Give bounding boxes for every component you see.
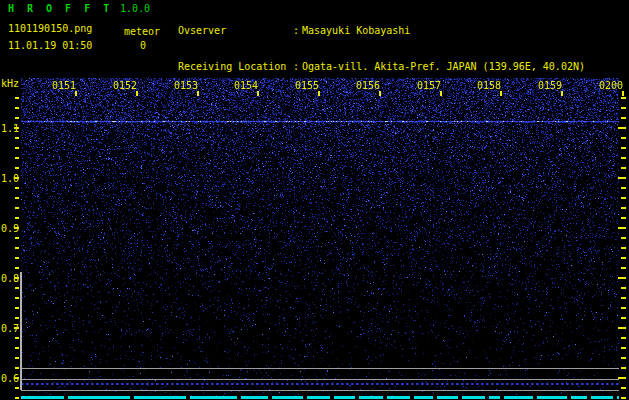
right-minor-tick xyxy=(621,297,626,299)
activity-bar-segment xyxy=(437,396,458,399)
right-minor-tick xyxy=(621,197,626,199)
right-minor-tick xyxy=(621,157,626,159)
freq-label-dash xyxy=(14,177,19,179)
activity-bar-segment xyxy=(190,396,237,399)
info-value: Masayuki Kobayashi xyxy=(302,25,410,39)
time-label-0152: 0152 xyxy=(113,80,137,91)
minute-tick xyxy=(197,91,199,96)
activity-bar-segment xyxy=(617,396,619,399)
left-minor-tick xyxy=(15,147,19,149)
right-minor-tick xyxy=(621,267,626,269)
activity-bar-segment xyxy=(359,396,383,399)
spectrogram-canvas xyxy=(21,78,619,398)
right-minor-tick xyxy=(621,107,626,109)
activity-bar-segment xyxy=(134,396,186,399)
left-minor-tick xyxy=(15,387,19,389)
left-minor-tick xyxy=(15,247,19,249)
right-minor-tick xyxy=(621,247,626,249)
info-value: Ogata-vill. Akita-Pref. JAPAN (139.96E, … xyxy=(302,61,585,75)
app-version: 1.0.0 xyxy=(120,3,150,14)
right-minor-tick xyxy=(621,337,626,339)
freq-label-1.0: 1.0 xyxy=(1,173,15,184)
minute-tick xyxy=(318,91,320,96)
freq-label-dash xyxy=(14,227,19,229)
activity-bar-segment xyxy=(21,396,64,399)
time-label-0151: 0151 xyxy=(52,80,76,91)
freq-label-0.8: 0.8 xyxy=(1,273,15,284)
right-major-tick xyxy=(618,327,626,329)
activity-bar xyxy=(0,396,629,399)
mode-label: meteor xyxy=(124,26,160,37)
freq-label-0.7: 0.7 xyxy=(1,323,15,334)
right-minor-tick xyxy=(621,187,626,189)
plot-left-edge-line xyxy=(20,272,22,390)
right-minor-tick xyxy=(621,117,626,119)
reference-line-middle xyxy=(21,379,619,380)
time-label-0200: 0200 xyxy=(599,80,623,91)
left-minor-tick xyxy=(15,297,19,299)
activity-bar-segment xyxy=(307,396,330,399)
freq-label-dash xyxy=(14,277,19,279)
minute-tick xyxy=(561,91,563,96)
left-minor-tick xyxy=(15,287,19,289)
activity-bar-segment xyxy=(571,396,587,399)
left-minor-tick xyxy=(15,347,19,349)
left-minor-tick xyxy=(15,117,19,119)
left-minor-tick xyxy=(15,167,19,169)
info-label: Ovserver xyxy=(178,25,293,39)
reference-line-upper xyxy=(21,368,619,369)
y-axis-unit-label: kHz xyxy=(1,78,19,89)
right-minor-tick xyxy=(621,257,626,259)
left-minor-tick xyxy=(15,307,19,309)
left-minor-tick xyxy=(15,367,19,369)
reference-line-lower xyxy=(21,390,619,391)
minute-tick xyxy=(257,91,259,96)
activity-bar-segment xyxy=(241,396,268,399)
info-row-location: Receiving Location:Ogata-vill. Akita-Pre… xyxy=(178,61,585,75)
left-minor-tick xyxy=(15,237,19,239)
freq-label-dash xyxy=(14,127,19,129)
right-minor-tick xyxy=(621,307,626,309)
left-minor-tick xyxy=(15,187,19,189)
left-minor-tick xyxy=(15,267,19,269)
time-label-0155: 0155 xyxy=(295,80,319,91)
output-filename: 1101190150.png xyxy=(8,23,92,34)
time-label-0158: 0158 xyxy=(477,80,501,91)
minute-tick xyxy=(379,91,381,96)
right-major-tick xyxy=(618,277,626,279)
left-minor-tick xyxy=(15,107,19,109)
left-minor-tick xyxy=(15,217,19,219)
right-major-tick xyxy=(618,227,626,229)
activity-bar-segment xyxy=(334,396,355,399)
right-minor-tick xyxy=(621,167,626,169)
freq-label-dash xyxy=(14,327,19,329)
datetime-label: 11.01.19 01:50 xyxy=(8,40,92,51)
time-label-0153: 0153 xyxy=(174,80,198,91)
left-minor-tick xyxy=(15,137,19,139)
activity-bar-segment xyxy=(591,396,613,399)
hrofft-window: H R O F F T 1.0.0 1101190150.png meteor … xyxy=(0,0,629,400)
app-title: H R O F F T xyxy=(8,3,113,14)
left-minor-tick xyxy=(15,197,19,199)
left-minor-tick xyxy=(15,207,19,209)
right-major-tick xyxy=(618,127,626,129)
activity-bar-segment xyxy=(462,396,485,399)
right-minor-tick xyxy=(621,317,626,319)
minute-tick xyxy=(622,91,624,96)
freq-label-1.1: 1.1 xyxy=(1,123,15,134)
left-minor-tick xyxy=(15,337,19,339)
right-minor-tick xyxy=(621,287,626,289)
activity-bar-segment xyxy=(489,396,500,399)
activity-bar-segment xyxy=(537,396,567,399)
right-minor-tick xyxy=(621,347,626,349)
left-minor-tick xyxy=(15,97,19,99)
time-label-0157: 0157 xyxy=(417,80,441,91)
right-minor-tick xyxy=(621,217,626,219)
freq-label-0.6: 0.6 xyxy=(1,373,15,384)
left-minor-tick xyxy=(15,357,19,359)
activity-bar-segment xyxy=(414,396,433,399)
right-major-tick xyxy=(618,377,626,379)
activity-bar-segment xyxy=(272,396,303,399)
minute-tick xyxy=(136,91,138,96)
signal-level-trace xyxy=(21,383,619,385)
